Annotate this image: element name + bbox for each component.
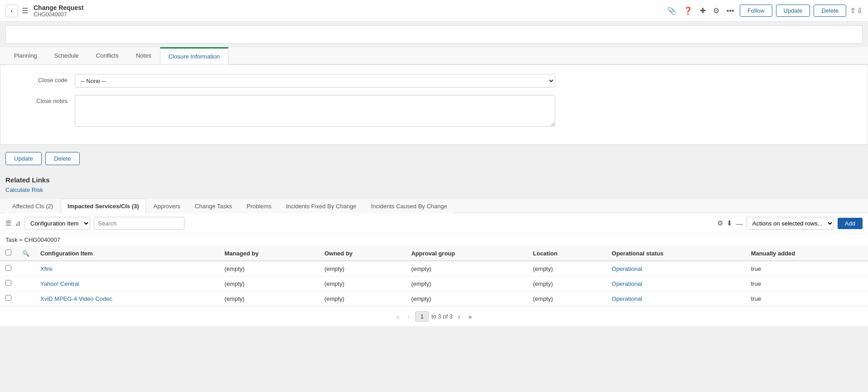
scroll-content-placeholder [5,25,863,44]
row-owned-by-1: (empty) [319,276,406,291]
toolbar-right: ⚙ ⬇ — Actions on selected rows... Add [717,217,863,230]
tab-notes[interactable]: Notes [127,47,160,64]
row-managed-by-2: (empty) [219,291,319,306]
table-row: Xfire (empty) (empty) (empty) (empty) Op… [0,261,868,276]
list-icon[interactable]: ☰ [5,219,11,227]
related-links-title: Related Links [5,176,863,184]
task-row: Task = CHG0040007 [0,234,868,246]
bottom-buttons: Update Delete [0,145,868,172]
more-icon[interactable]: ••• [725,5,736,17]
row-config-item-1[interactable]: Yahoo! Central [35,276,219,291]
row-search-icon-1 [17,276,35,291]
col-header-operational-status[interactable]: Operational status [606,246,746,261]
close-notes-label: Close notes [11,95,75,104]
minus-icon[interactable]: — [736,220,743,227]
sub-tab-incidents-caused[interactable]: Incidents Caused By Change [364,199,454,213]
row-owned-by-0: (empty) [319,261,406,276]
nav-up-button[interactable]: ⇧ [850,6,856,15]
page-info: to 3 of 3 [432,313,453,320]
row-managed-by-1: (empty) [219,276,319,291]
sub-tab-incidents-fixed[interactable]: Incidents Fixed By Change [279,199,363,213]
filter-type-select[interactable]: Configuration Item [25,217,90,230]
actions-select[interactable]: Actions on selected rows... [747,217,834,230]
search-input[interactable] [94,217,184,230]
data-table: 🔍 Configuration Item Managed by Owned by… [0,246,868,306]
row-operational-status-2[interactable]: Operational [606,291,746,306]
row-config-item-0[interactable]: Xfire [35,261,219,276]
prev-page-button[interactable]: ‹ [405,312,413,321]
tab-closure-information[interactable]: Closure Information [160,47,228,64]
settings-table-icon[interactable]: ⚙ [717,219,723,227]
row-owned-by-2: (empty) [319,291,406,306]
delete-button-top[interactable]: Delete [814,5,846,17]
row-operational-status-0[interactable]: Operational [606,261,746,276]
menu-icon[interactable]: ☰ [22,6,28,15]
close-code-row: Close code -- None -- [11,74,857,88]
nav-down-button[interactable]: ⇩ [857,6,863,15]
col-header-approval-group[interactable]: Approval group [406,246,528,261]
page-subtitle: CHG0040007 [34,11,662,18]
current-page: 1 [420,313,423,320]
row-check-0[interactable] [5,265,11,271]
row-approval-group-1: (empty) [406,276,528,291]
row-manually-added-2: true [746,291,868,306]
filter-icon[interactable]: ⊿ [15,219,21,227]
pagination: « ‹ 1 to 3 of 3 › » [0,306,868,326]
sub-tab-change-tasks[interactable]: Change Tasks [188,199,239,213]
add-button[interactable]: Add [838,218,863,229]
row-location-2: (empty) [528,291,606,306]
select-all-checkbox[interactable] [5,250,11,255]
tab-planning[interactable]: Planning [5,47,46,64]
form-section: Close code -- None -- Close notes [0,64,868,145]
row-check-1[interactable] [5,280,11,286]
tab-schedule[interactable]: Schedule [46,47,87,64]
row-approval-group-0: (empty) [406,261,528,276]
sub-tab-approvers[interactable]: Approvers [147,199,187,213]
sub-tab-impacted-services[interactable]: Impacted Services/CIs (3) [61,199,146,213]
filter-select-wrap: Configuration Item [24,217,90,230]
nav-arrows: ⇧ ⇩ [850,6,863,15]
add-icon[interactable]: ✚ [698,5,708,17]
sub-tabs: Affected CIs (2) Impacted Services/CIs (… [0,199,868,213]
follow-button[interactable]: Follow [740,5,772,17]
col-header-owned-by[interactable]: Owned by [319,246,406,261]
col-header-configuration-item[interactable]: Configuration Item [35,246,219,261]
help-icon[interactable]: ❓ [682,5,694,17]
row-manually-added-1: true [746,276,868,291]
row-operational-status-1[interactable]: Operational [606,276,746,291]
attachment-icon[interactable]: 📎 [665,5,678,17]
row-location-0: (empty) [528,261,606,276]
related-links-section: Related Links Calculate Risk [0,172,868,199]
row-check-2[interactable] [5,295,11,301]
back-button[interactable]: ‹ [5,5,18,17]
next-page-button[interactable]: › [456,312,463,321]
row-config-item-2[interactable]: XviD MPEG-4 Video Codec [35,291,219,306]
close-notes-row: Close notes [11,95,857,128]
col-header-location[interactable]: Location [528,246,606,261]
close-code-select[interactable]: -- None -- [75,74,555,88]
close-notes-textarea[interactable] [75,95,555,127]
col-header-managed-by[interactable]: Managed by [219,246,319,261]
last-page-button[interactable]: » [466,312,475,321]
settings-icon[interactable]: ⚙ [711,5,721,17]
tab-conflicts[interactable]: Conflicts [87,47,127,64]
close-code-label: Close code [11,74,75,83]
col-header-manually-added[interactable]: Manually added [746,246,868,261]
table-header-row: 🔍 Configuration Item Managed by Owned by… [0,246,868,261]
table-row: Yahoo! Central (empty) (empty) (empty) (… [0,276,868,291]
title-block: Change Request CHG0040007 [34,4,662,18]
row-checkbox-1 [0,276,17,291]
row-location-1: (empty) [528,276,606,291]
calculate-risk-link[interactable]: Calculate Risk [5,186,43,193]
sub-tab-affected-cis[interactable]: Affected CIs (2) [5,199,60,213]
delete-button-bottom[interactable]: Delete [45,152,80,165]
search-col-icon[interactable]: 🔍 [22,250,29,257]
row-checkbox-2 [0,291,17,306]
first-page-button[interactable]: « [393,312,402,321]
sub-tab-problems[interactable]: Problems [240,199,278,213]
col-header-checkbox [0,246,17,261]
row-manually-added-0: true [746,261,868,276]
update-button-top[interactable]: Update [776,5,810,17]
download-icon[interactable]: ⬇ [727,219,732,227]
update-button-bottom[interactable]: Update [5,152,42,165]
